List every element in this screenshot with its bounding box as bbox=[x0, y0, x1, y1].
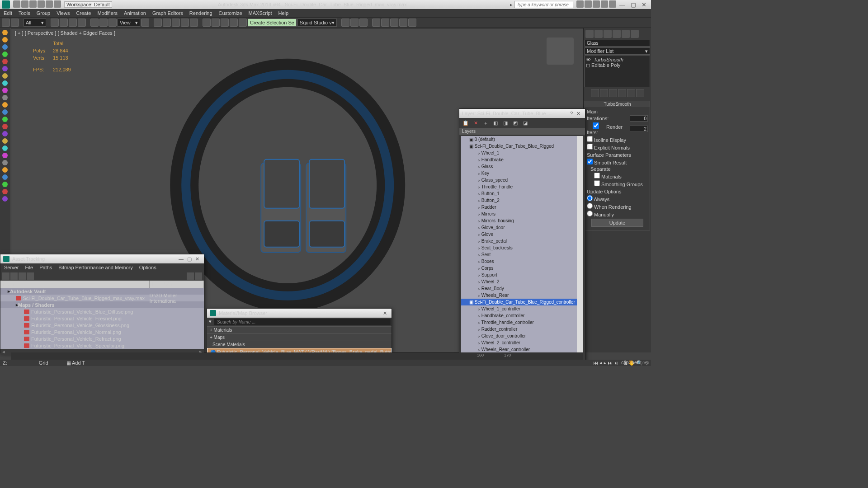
layer-list[interactable]: ▣ 0 (default)▣ Sci-Fi_Double_Car_Tube_Bl… bbox=[461, 136, 583, 361]
help-search-input[interactable] bbox=[514, 1, 573, 8]
teapot-icon[interactable] bbox=[408, 19, 416, 27]
left-tool-4[interactable] bbox=[2, 59, 8, 64]
layer-row[interactable]: ⬦ Glove bbox=[461, 231, 583, 238]
left-tool-19[interactable] bbox=[2, 167, 8, 173]
layer-row[interactable]: ⬦ Brake_pedal bbox=[461, 238, 583, 244]
asset-menu-item[interactable]: File bbox=[25, 265, 33, 270]
window-controls[interactable]: —▢✕ bbox=[617, 1, 649, 8]
cat-materials[interactable]: + Materials bbox=[207, 326, 392, 333]
asset-row[interactable]: Futuristic_Personal_Vehicle_Glossiness.p… bbox=[0, 322, 204, 328]
asset-row[interactable]: Sci-Fi_Double_Car_Tube_Blue_Rigged_max_v… bbox=[0, 295, 204, 301]
left-tool-6[interactable] bbox=[2, 73, 8, 79]
iterations-input[interactable] bbox=[630, 115, 648, 122]
update-button[interactable]: Update bbox=[591, 219, 643, 227]
activeshade-icon[interactable] bbox=[390, 19, 398, 27]
infocenter-icons[interactable] bbox=[576, 0, 617, 9]
asset-row[interactable]: Futuristic_Personal_Vehicle_Blue_Diffuse… bbox=[0, 308, 204, 315]
asset-menu-item[interactable]: Paths bbox=[39, 265, 52, 270]
menu-customize[interactable]: Customize bbox=[219, 10, 242, 16]
menu-tools[interactable]: Tools bbox=[19, 10, 30, 16]
layer-row[interactable]: ⬦ Rudder bbox=[461, 204, 583, 211]
layer-row[interactable]: ⬦ Mirrors_housing bbox=[461, 217, 583, 224]
percent-snap-icon[interactable] bbox=[181, 19, 189, 27]
layer-row[interactable]: ⬦ Boxes bbox=[461, 258, 583, 265]
layer-row[interactable]: ⬦ Seat bbox=[461, 251, 583, 258]
left-tool-1[interactable] bbox=[2, 37, 8, 42]
layer-row[interactable]: ⬦ Button_2 bbox=[461, 197, 583, 204]
left-tool-11[interactable] bbox=[2, 109, 8, 115]
modifier-list-combo[interactable]: Modifier List▾ bbox=[585, 47, 650, 55]
rotate-icon[interactable] bbox=[99, 19, 108, 27]
layer-row[interactable]: ⬦ Corps bbox=[461, 265, 583, 272]
asset-list[interactable]: ▸ Autodesk VaultSci-Fi_Double_Car_Tube_B… bbox=[0, 288, 204, 349]
layers-icon[interactable] bbox=[221, 19, 229, 27]
cat-maps[interactable]: + Maps bbox=[207, 333, 392, 341]
layer-row[interactable]: ⬦ Rear_Body bbox=[461, 285, 583, 292]
asset-row[interactable]: Futuristic_Personal_Vehicle_Normal.png bbox=[0, 328, 204, 335]
layer-row[interactable]: ⬦ Glass bbox=[461, 163, 583, 170]
left-tool-21[interactable] bbox=[2, 182, 8, 187]
explicit-check[interactable] bbox=[587, 144, 593, 150]
unlink-icon[interactable] bbox=[11, 19, 19, 27]
object-name-field[interactable]: Glass bbox=[585, 40, 650, 47]
left-tool-20[interactable] bbox=[2, 174, 8, 180]
ref-coord-combo[interactable]: View▾ bbox=[118, 19, 140, 27]
selection-filter-combo[interactable]: All▾ bbox=[24, 19, 46, 27]
align-icon[interactable] bbox=[212, 19, 220, 27]
pivot-icon[interactable] bbox=[141, 19, 149, 27]
left-tool-18[interactable] bbox=[2, 160, 8, 165]
left-tool-8[interactable] bbox=[2, 88, 8, 93]
render-iters-input[interactable] bbox=[630, 126, 648, 132]
asset-menu-item[interactable]: Bitmap Performance and Memory bbox=[58, 265, 132, 270]
render-preset-icon[interactable] bbox=[399, 19, 407, 27]
layer-row[interactable]: ⬦ Support bbox=[461, 272, 583, 278]
maximize-icon[interactable]: ▢ bbox=[185, 256, 193, 262]
select-region-icon[interactable] bbox=[69, 19, 77, 27]
sep-mat-check[interactable] bbox=[594, 173, 600, 178]
menu-group[interactable]: Group bbox=[37, 10, 51, 16]
move-icon[interactable] bbox=[90, 19, 99, 27]
left-tool-22[interactable] bbox=[2, 189, 8, 194]
window-crossing-icon[interactable] bbox=[78, 19, 86, 27]
mirror-icon[interactable] bbox=[203, 19, 211, 27]
mat-search-input[interactable]: Search by Name ... bbox=[214, 319, 391, 325]
layer-row[interactable]: ⬦ Wheel_1_controller bbox=[461, 305, 583, 312]
sep-sg-check[interactable] bbox=[594, 180, 600, 186]
layer-row[interactable]: ⬦ Throttle_handle_controller bbox=[461, 319, 583, 326]
asset-menu-item[interactable]: Options bbox=[139, 265, 156, 270]
left-tool-7[interactable] bbox=[2, 80, 8, 86]
left-tool-9[interactable] bbox=[2, 95, 8, 100]
layer-row[interactable]: ⬦ Button_1 bbox=[461, 190, 583, 197]
layer-row[interactable]: ⬦ Glass_speed bbox=[461, 177, 583, 183]
left-tool-5[interactable] bbox=[2, 66, 8, 71]
left-tool-12[interactable] bbox=[2, 117, 8, 122]
menu-animation[interactable]: Animation bbox=[124, 10, 146, 16]
asset-column-headers[interactable]: NameFull Path bbox=[0, 281, 204, 288]
menu-create[interactable]: Create bbox=[76, 10, 91, 16]
playback-controls[interactable]: ⏮ ◀ ▶ ⏭ ⏯ bbox=[593, 360, 619, 366]
quick-access-toolbar[interactable] bbox=[13, 0, 61, 9]
left-tool-10[interactable] bbox=[2, 102, 8, 108]
left-tool-0[interactable] bbox=[2, 30, 8, 35]
asset-menu-item[interactable]: Server bbox=[4, 265, 19, 270]
render-frame-icon[interactable] bbox=[359, 19, 368, 27]
close-icon[interactable]: ✕ bbox=[381, 310, 389, 316]
menu-modifiers[interactable]: Modifiers bbox=[97, 10, 118, 16]
layer-row[interactable]: ⬦ Wheel_2_controller bbox=[461, 339, 583, 346]
add-time-button[interactable]: ▦ Add T bbox=[66, 360, 85, 366]
layer-row[interactable]: ⬦ Throttle_handle bbox=[461, 183, 583, 190]
asset-row[interactable]: Futuristic_Personal_Vehicle_Specular.png bbox=[0, 342, 204, 349]
layer-row[interactable]: ⬦ Glove_door_controller bbox=[461, 333, 583, 339]
named-sel-set-combo[interactable]: Create Selection Se bbox=[248, 19, 297, 27]
menu-maxscript[interactable]: MAXScript bbox=[249, 10, 272, 16]
menu-views[interactable]: Views bbox=[57, 10, 70, 16]
timeline[interactable]: 160 170 bbox=[11, 352, 583, 360]
asset-toolbar[interactable] bbox=[0, 272, 204, 281]
material-editor-icon[interactable] bbox=[341, 19, 349, 27]
cat-scene[interactable]: - Scene Materials bbox=[207, 341, 392, 348]
layer-row[interactable]: ⬦ Rudder_controller bbox=[461, 326, 583, 333]
scale-icon[interactable] bbox=[108, 19, 117, 27]
layer-row[interactable]: ⬦ Handbrake_controller bbox=[461, 312, 583, 319]
left-tool-14[interactable] bbox=[2, 131, 8, 136]
help-icon[interactable]: ? bbox=[568, 111, 575, 116]
